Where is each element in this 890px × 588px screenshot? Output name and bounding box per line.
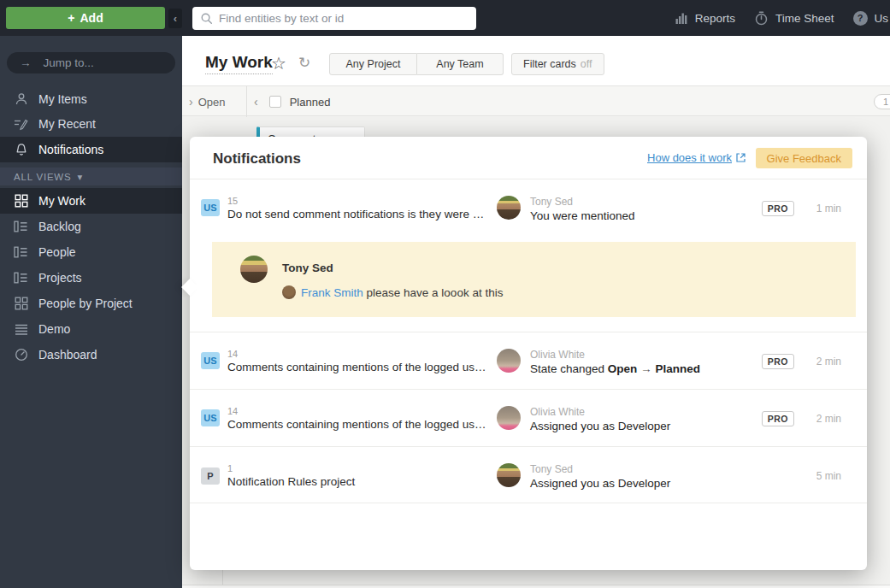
avatar — [497, 196, 521, 220]
gauge-icon — [14, 348, 28, 362]
all-views-label: ALL VIEWS — [14, 172, 72, 182]
collapse-sidebar-button[interactable]: ‹ — [168, 9, 182, 28]
refresh-icon[interactable]: ↻ — [298, 55, 310, 72]
sidebar-view-projects[interactable]: Projects — [0, 265, 182, 291]
column-open[interactable]: › Open — [182, 86, 247, 117]
notification-action: You were mentioned — [530, 209, 635, 224]
column-planned-label: Planned — [290, 96, 331, 109]
plus-icon: + — [68, 11, 74, 25]
actor-name: Olivia White — [530, 406, 670, 419]
person-icon — [14, 92, 28, 107]
column-count-badge: 1 — [874, 94, 890, 109]
comment-text: please have a loook at this — [367, 286, 504, 299]
sidebar-view-dashboard[interactable]: Dashboard — [0, 342, 182, 368]
column-planned: ‹ Planned — [247, 86, 890, 117]
sidebar-view-people-by-project[interactable]: People by Project — [0, 291, 182, 316]
jump-to-input[interactable]: → Jump to... — [7, 52, 175, 74]
add-button[interactable]: + Add — [6, 7, 165, 29]
reports-label: Reports — [695, 12, 735, 25]
notification-action: Assigned you as Developer — [530, 419, 670, 434]
popover-title: Notifications — [213, 150, 301, 168]
search-icon — [200, 12, 213, 25]
entity-title: Notification Rules project — [227, 474, 355, 490]
bell-icon — [14, 143, 28, 157]
stopwatch-icon — [754, 11, 769, 26]
how-does-it-work-link[interactable]: How does it work — [647, 151, 746, 164]
filter-cards-button[interactable]: Filter cards off — [511, 53, 604, 75]
sidebar-item-notifications[interactable]: Notifications — [0, 137, 182, 162]
actor-name: Olivia White — [530, 349, 700, 362]
sidebar-view-label: Demo — [38, 322, 70, 336]
sidebar-item-label: My Items — [38, 92, 87, 106]
external-link-icon — [736, 153, 746, 162]
board-grid-icon — [14, 297, 28, 311]
pro-badge: PRO — [762, 201, 794, 216]
sidebar-view-label: My Work — [38, 194, 85, 208]
notification-time: 2 min — [802, 356, 841, 368]
pro-badge: PRO — [762, 354, 794, 369]
state-to: Planned — [655, 362, 700, 375]
give-feedback-button[interactable]: Give Feedback — [756, 148, 852, 168]
notification-time: 2 min — [802, 413, 841, 425]
column-checkbox[interactable] — [269, 96, 281, 108]
chevron-right-icon: › — [189, 95, 193, 109]
list-view-icon — [14, 245, 28, 260]
notification-action: Assigned you as Developer — [530, 476, 670, 491]
entity-id: 14 — [227, 405, 486, 417]
topbar-actions: Reports Time Sheet ? Us — [675, 0, 890, 36]
question-icon: ? — [853, 11, 868, 26]
entity-id: 14 — [227, 348, 486, 360]
view-header: My Work ☆ ↻ Any Project Any Team Filter … — [182, 36, 890, 85]
comment-preview[interactable]: Tony Sed Frank Smith please have a loook… — [212, 242, 856, 317]
sidebar-view-label: People — [38, 245, 76, 259]
recent-edit-icon — [14, 117, 28, 132]
user-guide-label: Us — [875, 12, 889, 25]
board-grid-icon — [14, 194, 28, 209]
entity-title: Comments containing mentions of the logg… — [227, 360, 486, 375]
sidebar-view-demo[interactable]: Demo — [0, 316, 182, 342]
star-icon[interactable]: ☆ — [271, 55, 286, 72]
project-filter-button[interactable]: Any Project — [329, 53, 417, 75]
caret-down-icon: ▾ — [78, 171, 84, 183]
list-view-icon — [14, 271, 28, 285]
avatar — [282, 285, 296, 299]
avatar — [497, 349, 521, 373]
mention-link[interactable]: Frank Smith — [301, 286, 363, 299]
sidebar-item-my-items[interactable]: My Items — [0, 86, 182, 112]
entity-type-badge: P — [201, 467, 220, 485]
reports-button[interactable]: Reports — [675, 12, 735, 25]
page-title[interactable]: My Work — [205, 53, 273, 74]
sidebar-view-my-work[interactable]: My Work — [0, 188, 182, 214]
sidebar-view-label: Projects — [38, 271, 82, 285]
filter-cards-label: Filter cards — [523, 58, 576, 70]
entity-title: Comments containing mentions of the logg… — [227, 417, 486, 432]
user-guide-button[interactable]: ? Us — [853, 11, 889, 26]
top-bar: + Add ‹ Reports Time Sheet ? Us — [0, 0, 890, 36]
popover-header: Notifications How does it work Give Feed… — [190, 137, 867, 179]
team-filter-button[interactable]: Any Team — [417, 53, 504, 75]
time-sheet-button[interactable]: Time Sheet — [754, 11, 834, 26]
sidebar-view-people[interactable]: People — [0, 239, 182, 265]
sidebar: → Jump to... My Items My Recent Notifica… — [0, 36, 182, 588]
sidebar-view-backlog[interactable]: Backlog — [0, 214, 182, 239]
sidebar-item-my-recent[interactable]: My Recent — [0, 111, 182, 137]
sidebar-view-label: Backlog — [38, 220, 81, 233]
notification-row[interactable]: P 1 Notification Rules project Tony Sed … — [190, 446, 867, 503]
notification-time: 1 min — [802, 203, 841, 215]
avatar — [497, 463, 521, 487]
help-link-label: How does it work — [647, 151, 732, 164]
column-divider — [222, 570, 223, 585]
entity-title: Do not send comment notifications is the… — [227, 207, 484, 222]
chevron-left-icon[interactable]: ‹ — [254, 95, 258, 109]
notification-row[interactable]: US 15 Do not send comment notifications … — [190, 179, 867, 237]
time-sheet-label: Time Sheet — [775, 12, 834, 25]
avatar — [497, 406, 521, 430]
search-input[interactable] — [219, 12, 476, 25]
all-views-header[interactable]: ALL VIEWS ▾ — [0, 168, 182, 185]
rows-icon — [14, 322, 28, 337]
avatar — [240, 256, 268, 283]
notification-action: State changed Open → Planned — [530, 362, 700, 377]
entity-search — [192, 7, 476, 30]
notification-row[interactable]: US 14 Comments containing mentions of th… — [190, 332, 867, 389]
notification-row[interactable]: US 14 Comments containing mentions of th… — [190, 389, 867, 446]
